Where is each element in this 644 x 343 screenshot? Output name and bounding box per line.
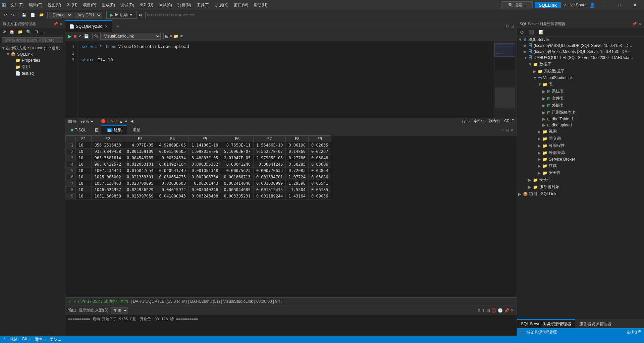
bottom-properties-btn[interactable]: 属性... bbox=[34, 337, 46, 342]
toolbar-new-file[interactable]: 📄 bbox=[29, 12, 37, 18]
table-cell[interactable]: 0.03854 bbox=[308, 168, 331, 174]
table-cell[interactable]: 1046.624957 bbox=[92, 187, 124, 193]
table-cell[interactable]: 0.004549765 bbox=[124, 155, 156, 161]
r-tree-external[interactable]: ▶ ⊟ 外部表 bbox=[517, 102, 644, 109]
table-cell[interactable]: 10 bbox=[76, 193, 92, 199]
results-close-icon[interactable]: ✕ bbox=[511, 128, 514, 132]
r-tree-dahu-server[interactable]: ▼ 🗄 DAHU\CQUPTLEI (SQL Server 15.0.2000 … bbox=[517, 55, 644, 61]
table-cell[interactable]: 0.03846 bbox=[308, 155, 331, 161]
table-cell[interactable]: 0.001189244 bbox=[253, 193, 285, 199]
table-cell[interactable]: 10 bbox=[76, 180, 92, 187]
table-cell[interactable]: 10 bbox=[76, 187, 92, 193]
editor-settings-icon[interactable]: ⚙ bbox=[505, 24, 509, 28]
right-toolbar-filter[interactable]: ⬛ bbox=[527, 29, 536, 35]
right-toolbar-refresh[interactable]: ⟳ bbox=[518, 29, 526, 36]
menu-item-extensions[interactable]: 扩展(X) bbox=[212, 2, 231, 9]
toolbar-undo[interactable]: ↩ bbox=[1, 12, 9, 18]
table-cell[interactable]: 10 bbox=[76, 168, 92, 174]
table-cell[interactable]: 0.72083 bbox=[286, 168, 309, 174]
r-tree-programmability[interactable]: ▶ 📁 可编程性 bbox=[517, 142, 644, 149]
r-tree-external-res[interactable]: ▶ 📁 外部资源 bbox=[517, 149, 644, 156]
r-tree-databases[interactable]: ▼ 📁 数据库 bbox=[517, 61, 644, 68]
sidebar-toolbar-btn6[interactable]: … bbox=[40, 29, 47, 35]
table-cell[interactable]: 1.14186E-10 bbox=[189, 142, 221, 149]
sidebar-toolbar-btn4[interactable]: 🔍 bbox=[25, 29, 33, 35]
table-cell[interactable]: 0.04015972 bbox=[156, 187, 189, 193]
col-header-f5[interactable]: F5 bbox=[189, 136, 221, 142]
table-cell[interactable]: 0.06185 bbox=[308, 187, 331, 193]
minimize-button[interactable]: ─ bbox=[596, 0, 612, 10]
output-scroll-down-btn[interactable]: ⬇ bbox=[482, 308, 485, 313]
table-cell[interactable]: 965.7581614 bbox=[92, 155, 124, 161]
toolbar-save-all[interactable]: 💾 bbox=[20, 12, 29, 18]
results-expand-icon[interactable]: ⊡ bbox=[506, 128, 509, 132]
table-cell[interactable]: 0.58285 bbox=[286, 161, 309, 168]
table-cell[interactable]: 9.56227E-07 bbox=[253, 149, 285, 155]
stop-query-btn[interactable]: ■ bbox=[74, 34, 76, 39]
toolbar-redo[interactable]: ↪ bbox=[9, 12, 17, 18]
right-panel-close-btn[interactable]: ✕ bbox=[638, 22, 641, 26]
menu-item-file[interactable]: 文件(F) bbox=[8, 2, 26, 9]
results-grid-btn[interactable]: ⊞ bbox=[165, 34, 168, 39]
r-tree-views[interactable]: ▶ 📁 视图 bbox=[517, 128, 644, 135]
r-tree-service-broker[interactable]: ▶ 📁 Service Broker bbox=[517, 156, 644, 162]
table-cell[interactable]: 0.02835 bbox=[308, 142, 331, 149]
save-query-btn[interactable]: 💾 bbox=[84, 34, 89, 39]
live-share-label[interactable]: Live Share bbox=[568, 3, 587, 7]
table-cell[interactable]: 0.03636603 bbox=[156, 180, 189, 187]
add-to-source-label[interactable]: 添加到源代码管理 bbox=[527, 330, 557, 335]
tab-messages[interactable]: 消息 bbox=[127, 126, 146, 134]
menu-item-tools[interactable]: 工具(T) bbox=[194, 2, 212, 9]
col-header-f3[interactable]: F3 bbox=[124, 136, 156, 142]
tab-results[interactable]: ▦ 结果 bbox=[101, 125, 127, 134]
table-cell[interactable]: 995.6422572 bbox=[92, 161, 124, 168]
r-tree-tables-folder[interactable]: ▼ 📁 表 bbox=[517, 81, 644, 88]
tree-item-properties[interactable]: 📁 Properties bbox=[0, 57, 65, 63]
tree-item-solution[interactable]: ▼ 🗂 解决方案 'SQLLink' (1 个项目) bbox=[0, 45, 65, 51]
menu-item-help[interactable]: 帮助(H) bbox=[251, 2, 270, 9]
toolbar-open[interactable]: 📂 bbox=[37, 12, 46, 18]
table-cell[interactable]: 0.09056 bbox=[308, 193, 331, 199]
col-header-f6[interactable]: F6 bbox=[221, 136, 253, 142]
table-cell[interactable]: 0.001668713 bbox=[221, 174, 253, 180]
table-cell[interactable]: 10 bbox=[76, 142, 92, 149]
tab-picture[interactable]: 🖼 bbox=[92, 126, 101, 134]
r-tree-vslink-db[interactable]: ▼ 🗃 VisualStudioLink bbox=[517, 75, 644, 81]
add-tab-button[interactable]: + bbox=[114, 23, 122, 29]
menu-item-build[interactable]: 生成(B) bbox=[99, 2, 118, 9]
user-icon[interactable]: 👤 bbox=[589, 2, 595, 8]
search-box[interactable]: 🔍 搜索... bbox=[501, 1, 533, 9]
add-to-source-control-btn[interactable]: ➕ bbox=[520, 330, 525, 334]
tab-tsql[interactable]: ◼ T-SQL bbox=[65, 126, 92, 134]
output-source-select[interactable]: 生成 bbox=[111, 307, 128, 313]
table-cell[interactable]: 8.7658E-11 bbox=[221, 142, 253, 149]
menu-item-analyze[interactable]: 分析(N) bbox=[175, 2, 194, 9]
menu-item-window[interactable]: 窗口(W) bbox=[231, 2, 251, 9]
nav-down-btn[interactable]: ▼ bbox=[124, 119, 128, 123]
output-pin-btn[interactable]: 📌 bbox=[504, 308, 509, 313]
output-copy-btn[interactable]: ⊡ bbox=[487, 308, 490, 313]
menu-item-project[interactable]: 项目(P) bbox=[80, 2, 99, 9]
col-header-f9[interactable]: F9 bbox=[308, 136, 331, 142]
table-cell[interactable]: 0.000770633 bbox=[253, 168, 285, 174]
table-cell[interactable]: 4.92869E-05 bbox=[156, 142, 189, 149]
r-tree-server-objects[interactable]: ▶ 📁 服务器对象 bbox=[517, 183, 644, 190]
add-connection-btn[interactable]: 🔌 bbox=[94, 34, 99, 39]
r-tree-filetable[interactable]: ▶ ⊟ 文件表 bbox=[517, 95, 644, 102]
r-tree-security-server[interactable]: ▶ 📁 安全性 bbox=[517, 176, 644, 183]
table-cell[interactable]: 10 bbox=[76, 174, 92, 180]
table-cell[interactable]: 856.2516433 bbox=[92, 142, 124, 149]
table-cell[interactable]: 1051.569858 bbox=[92, 193, 124, 199]
table-cell[interactable]: 0.001540505 bbox=[156, 149, 189, 155]
table-cell[interactable]: 0.021333301 bbox=[124, 174, 156, 180]
connection-select[interactable]: VisualStudioLink bbox=[100, 33, 161, 40]
table-cell[interactable]: 0.003040246 bbox=[189, 187, 221, 193]
r-tree-sysdb[interactable]: ▶ 📁 系统数据库 bbox=[517, 68, 644, 75]
menu-item-git[interactable]: Git(G) bbox=[64, 2, 80, 9]
table-cell[interactable]: 0.023700095 bbox=[124, 180, 156, 187]
start-button[interactable]: ▶ ▶ 启动 ▼ bbox=[106, 11, 137, 19]
menu-item-debug[interactable]: 调试(D) bbox=[118, 2, 137, 9]
table-cell[interactable]: 2.01047E-05 bbox=[221, 155, 253, 161]
run-query-btn[interactable]: ▶ bbox=[68, 34, 72, 39]
sidebar-toolbar-btn2[interactable]: 🏠 bbox=[8, 29, 16, 35]
